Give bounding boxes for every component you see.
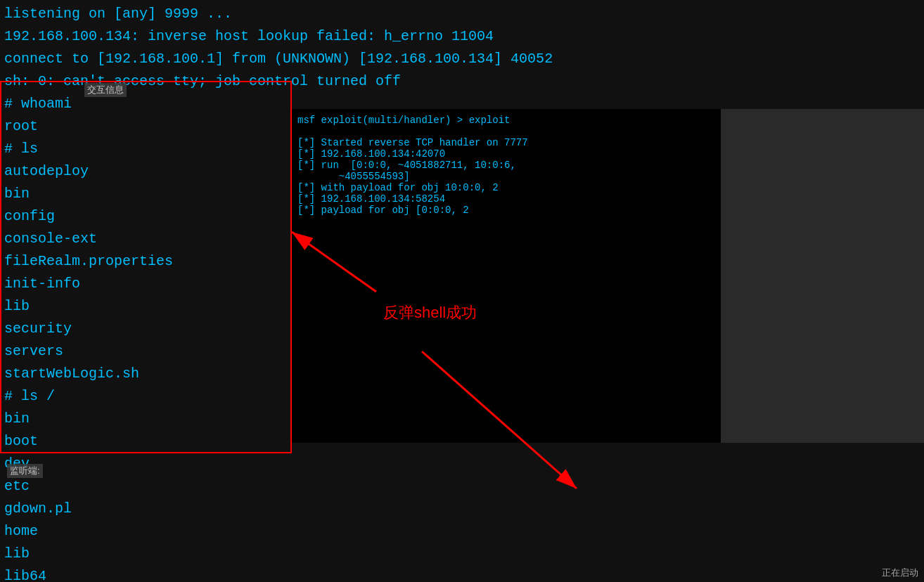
corner-label: 正在启动 <box>882 567 918 579</box>
listening-label: 监听端: <box>7 464 43 478</box>
interaction-info-label: 交互信息 <box>84 83 127 97</box>
right-panel <box>721 109 924 443</box>
center-dark-panel: msf exploit(multi/handler) > exploit [*]… <box>292 109 721 443</box>
right-panel-output: msf exploit(multi/handler) > exploit [*]… <box>292 109 721 221</box>
